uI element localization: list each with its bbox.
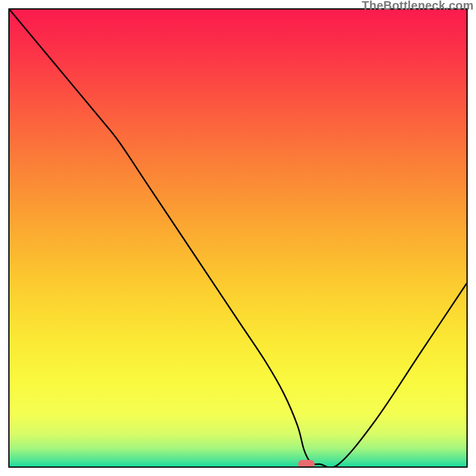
optimal-marker bbox=[298, 460, 315, 468]
chart-container: TheBottleneck.com bbox=[0, 0, 476, 476]
watermark-text: TheBottleneck.com bbox=[362, 0, 474, 12]
plot-area bbox=[8, 8, 468, 468]
bottleneck-curve bbox=[10, 10, 466, 466]
